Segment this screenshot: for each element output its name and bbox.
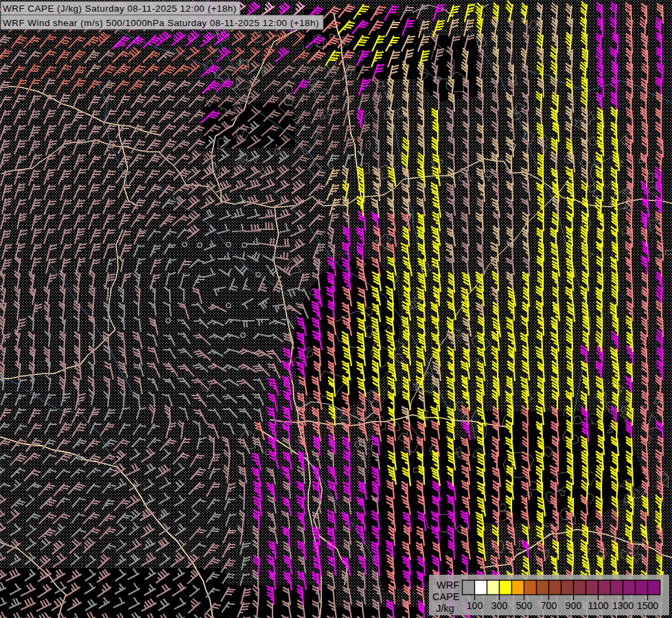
svg-text:1300: 1300 <box>612 600 634 611</box>
svg-text:1100: 1100 <box>588 600 608 611</box>
svg-text:WRF CAPE (J/kg) Saturday 08-11: WRF CAPE (J/kg) Saturday 08-11-2025 12:0… <box>3 3 237 14</box>
svg-text:WRF Wind shear (m/s) 500/1000h: WRF Wind shear (m/s) 500/1000hPa Saturda… <box>3 18 319 28</box>
svg-text:J/kg: J/kg <box>436 603 454 614</box>
svg-text:CAPE: CAPE <box>432 591 460 602</box>
svg-text:WRF: WRF <box>437 580 459 591</box>
svg-text:500: 500 <box>516 600 533 611</box>
svg-text:1500: 1500 <box>637 600 658 611</box>
svg-text:100: 100 <box>467 600 483 611</box>
svg-text:900: 900 <box>566 600 582 611</box>
svg-text:700: 700 <box>541 600 557 611</box>
svg-text:300: 300 <box>491 600 508 611</box>
